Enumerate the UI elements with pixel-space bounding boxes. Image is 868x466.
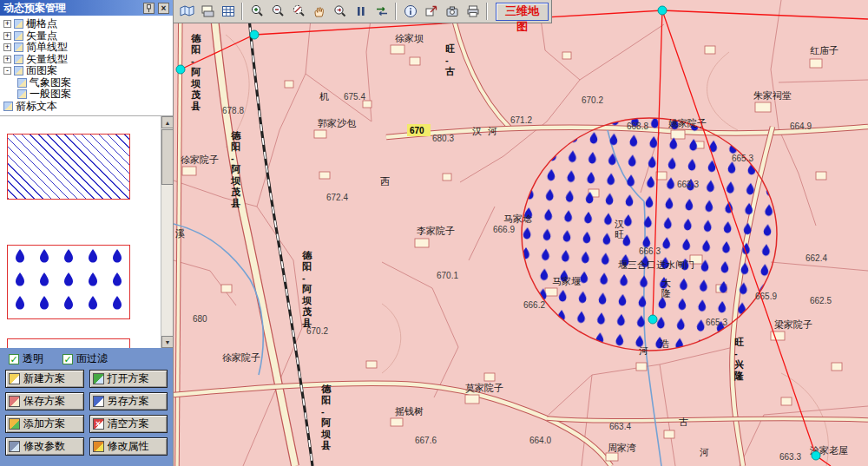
panel-titlebar[interactable]: 动态预案管理 × [0,0,173,16]
building [465,395,479,404]
map-label: 664.9 [790,121,812,131]
hatch-pattern-swatch[interactable] [7,134,130,200]
map-label: 662.4 [806,253,827,263]
map-label: 德阳-阿坝县 [320,384,332,450]
building [319,172,330,179]
export-icon[interactable] [421,2,441,22]
map-label: 马家埝 [503,213,532,224]
plan-button-label: 修改属性 [108,439,149,454]
checkbox-option[interactable]: ✓面过滤 [62,351,108,366]
expand-icon[interactable]: + [3,20,11,28]
vertex-handle[interactable] [648,315,657,324]
collapse-icon[interactable]: - [3,67,11,75]
vertex-handle[interactable] [176,65,185,74]
toolbar-separator [486,3,488,20]
checkbox-label: 透明 [23,351,43,366]
map-label: 莫家院子 [465,383,503,393]
zoom-extent-icon[interactable] [330,2,350,22]
building [363,101,372,108]
scroll-thumb[interactable] [161,129,173,185]
map-label: 680.3 [432,134,454,143]
toolbar-separator [395,3,397,20]
pattern-tree: +栅格点+矢量点+简单线型+矢量线型-面图案气象图案一般图案箭标文本 [0,16,173,115]
toolbar-separator [241,3,243,20]
expand-icon[interactable]: + [3,56,11,63]
zoom-in-icon[interactable] [247,2,266,22]
drop-pattern-swatch[interactable] [7,245,130,319]
map-layers-icon[interactable] [176,2,196,22]
print-icon[interactable] [463,2,483,22]
map-label: 浩 [660,338,669,349]
scroll-down-arrow[interactable]: ▼ [161,336,173,348]
map-label: 堰三合口进水闸门 [618,259,694,270]
partial-pattern-swatch[interactable] [7,338,130,348]
expand-icon[interactable]: + [3,43,11,51]
tree-item[interactable]: 气象图案 [0,77,173,89]
checkbox-icon[interactable]: ✓ [9,354,19,364]
map-label: 666.3 [639,246,661,256]
preview-scrollbar[interactable]: ▲ ▼ [161,116,173,348]
plan-button[interactable]: ×清空方案 [89,415,168,433]
map-label: 672.4 [326,193,348,202]
vertex-handle[interactable] [250,30,259,39]
map-canvas[interactable]: 徐家坝红庙子朱家祠堂郭家沙包姚家院子徐家院子李家院子马家埝马家堰梁家院子徐家院子… [174,0,868,466]
map-label: 李家院子 [417,226,455,236]
grid-icon[interactable] [218,2,238,22]
building [443,174,451,180]
checkbox-option[interactable]: ✓透明 [9,351,43,366]
plan-button-label: 保存方案 [23,394,65,409]
pan-icon[interactable] [309,2,329,22]
map-3d-button[interactable]: 三维地图 [496,3,549,21]
map-label: 678.8 [222,106,244,115]
plan-button[interactable]: 添加方案 [5,415,84,433]
plan-button[interactable]: 修改参数 [5,437,84,456]
application-window: 动态预案管理 × +栅格点+矢量点+简单线型+矢量线型-面图案气象图案一般图案箭… [0,0,868,466]
expand-icon[interactable]: + [3,32,11,40]
toolbar-buttons [176,2,490,22]
building [810,59,822,68]
map-label: 郭家沙包 [318,118,357,128]
map-label: 666.9 [493,225,515,234]
tree-item[interactable]: -面图案 [0,65,173,77]
open-plan-icon [93,373,104,384]
map-label: 摇钱树 [395,406,424,417]
plan-button[interactable]: 新建方案 [5,370,84,388]
building [664,430,674,438]
camera-icon[interactable] [442,2,462,22]
plan-button[interactable]: 另存方案 [89,392,168,410]
scroll-up-arrow[interactable]: ▲ [161,116,173,128]
map-label: 马家堰 [552,276,581,286]
map-print-icon[interactable] [197,2,217,22]
map-label: 665.9 [755,292,777,301]
info-icon[interactable] [400,2,420,22]
tree-node-icon [17,78,27,88]
tree-node-icon [14,43,23,52]
building [221,285,232,292]
tree-item[interactable]: 箭标文本 [0,101,173,113]
plan-button[interactable]: 打开方案 [89,370,168,388]
map-label: 662.5 [810,296,832,305]
pause-icon[interactable] [351,2,371,22]
map-label: 德阳-阿坝茂县 [230,130,241,208]
filter-options-row: ✓透明✓面过滤 [2,351,171,367]
saveas-plan-icon [93,396,104,407]
zoom-out-icon[interactable] [267,2,287,22]
map-label: 汉 [472,126,482,136]
add-plan-icon [9,418,20,430]
vertex-handle[interactable] [812,451,820,460]
map-label: 675.4 [344,92,365,102]
swap-arrows-icon[interactable] [372,2,391,22]
map-label: 670.2 [582,95,603,105]
save-plan-icon [9,396,20,407]
map-label: 河 [488,126,497,136]
plan-button-label: 清空方案 [108,417,149,431]
vertex-handle[interactable] [658,6,667,15]
checkbox-icon[interactable]: ✓ [62,354,73,364]
plan-button[interactable]: 保存方案 [5,392,84,410]
checkbox-label: 面过滤 [76,351,108,366]
zoom-circle-icon[interactable] [288,2,308,22]
plan-button[interactable]: 修改属性 [89,437,168,456]
close-icon[interactable]: × [158,3,169,14]
building [781,397,792,405]
pin-icon[interactable] [143,3,155,14]
